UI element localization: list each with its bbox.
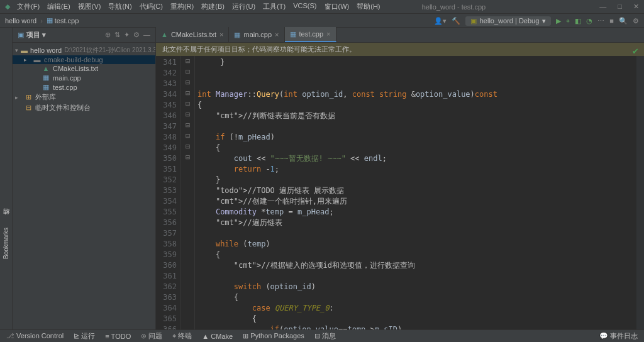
titlebar: ◆ 文件(F) 编辑(E) 视图(V) 导航(N) 代码(C) 重构(R) 构建…	[0, 0, 644, 14]
tab-todo[interactable]: ≡ TODO	[105, 333, 131, 340]
close-icon[interactable]: ×	[219, 31, 223, 38]
project-icon: ▣	[18, 31, 24, 39]
sidebar-title[interactable]: 项目 ▾	[26, 30, 105, 40]
window-title: hello_word - test.cpp	[384, 3, 600, 11]
fold-gutter[interactable]: ⊟⊟⊟⊟⊟⊟⊟⊟⊟⊟	[181, 56, 195, 329]
close-icon[interactable]: ✕	[633, 3, 639, 11]
editor: ▲ CMakeLists.txt × ▦ main.cpp × ▦ test.c…	[156, 28, 644, 329]
tab-main[interactable]: ▦ main.cpp ×	[229, 27, 284, 42]
menu-code[interactable]: 代码(C)	[136, 1, 166, 13]
debug-icon[interactable]: ⌖	[566, 17, 570, 25]
tab-version-control[interactable]: ⎇ Version Control	[6, 332, 64, 340]
breadcrumb-file[interactable]: test.cpp	[55, 17, 79, 25]
left-toolwindow-bar: 结构 Bookmarks	[0, 28, 13, 329]
run-icon[interactable]: ▶	[556, 17, 561, 25]
menu-help[interactable]: 帮助(H)	[353, 1, 383, 13]
close-icon[interactable]: ×	[326, 30, 330, 38]
run-config[interactable]: ▣hello_word | Debug▾	[465, 16, 552, 26]
tree-cmakelists[interactable]: ▲ CMakeLists.txt	[13, 64, 155, 73]
warning-bar[interactable]: 此文件不属于任何项目目标；代码洞察功能可能无法正常工作。	[156, 43, 644, 56]
collapse-icon[interactable]: ✦	[124, 31, 130, 39]
tree-scratch[interactable]: ⊟ 临时文件和控制台	[13, 102, 155, 113]
cpp-icon: ▦	[234, 31, 240, 39]
tree-main-cpp[interactable]: ▦ main.cpp	[13, 73, 155, 82]
tree-root[interactable]: ▾▬ hello word D:\2021软件21-孙\Clion 2021.3…	[13, 45, 155, 55]
menu-window[interactable]: 窗口(W)	[321, 1, 353, 13]
gear-icon[interactable]: ⚙	[133, 31, 140, 39]
settings-icon[interactable]: ⚙	[633, 17, 639, 25]
stop-icon[interactable]: ■	[609, 17, 614, 25]
code-editor[interactable]: } int Manager::Query(int option_id, cons…	[195, 56, 636, 329]
coverage-icon[interactable]: ◧	[575, 17, 581, 25]
tab-messages[interactable]: ⊟ 消息	[314, 331, 336, 341]
user-icon[interactable]: 👤▾	[434, 17, 447, 25]
minimize-icon[interactable]: —	[599, 3, 606, 11]
hide-icon[interactable]: —	[143, 31, 150, 39]
tab-test[interactable]: ▦ test.cpp ×	[285, 27, 336, 42]
cmake-icon: ▲	[161, 31, 168, 38]
tab-terminal[interactable]: ⌖ 终端	[172, 331, 192, 341]
tree-external[interactable]: ▸⊞ 外部库	[13, 92, 155, 102]
tab-problems[interactable]: ⊙ 问题	[141, 331, 162, 341]
menu-file[interactable]: 文件(F)	[14, 1, 43, 13]
line-numbers: 3413423433443453463473483493503513523533…	[156, 56, 181, 329]
tool-structure[interactable]: 结构	[1, 216, 12, 224]
toolbar: 👤▾ 🔨 ▣hello_word | Debug▾ ▶ ⌖ ◧ ◔ ⋯ ■ 🔍 …	[434, 14, 639, 28]
tab-cmakelists[interactable]: ▲ CMakeLists.txt ×	[156, 27, 229, 42]
menu-bar: 文件(F) 编辑(E) 视图(V) 导航(N) 代码(C) 重构(R) 构建(B…	[14, 1, 384, 13]
expand-icon[interactable]: ⇅	[114, 31, 120, 39]
close-icon[interactable]: ×	[275, 31, 279, 38]
menu-run[interactable]: 运行(U)	[229, 1, 258, 13]
breadcrumb-project[interactable]: hello word	[5, 17, 36, 25]
cpp-icon: ▦	[47, 16, 53, 25]
code-area: 3413423433443453463473483493503513523533…	[156, 56, 644, 329]
cpp-icon: ▦	[290, 30, 296, 38]
analysis-ok-icon[interactable]: ✔	[632, 47, 639, 56]
build-hammer-icon[interactable]: 🔨	[452, 17, 460, 25]
menu-view[interactable]: 视图(V)	[75, 1, 104, 13]
project-tree: ▾▬ hello word D:\2021软件21-孙\Clion 2021.3…	[13, 43, 155, 116]
menu-build[interactable]: 构建(B)	[198, 1, 228, 13]
maximize-icon[interactable]: □	[618, 3, 622, 11]
bottom-toolwindow-bar: ⎇ Version Control ⊵ 运行 ≡ TODO ⊙ 问题 ⌖ 终端 …	[0, 329, 644, 342]
tab-run[interactable]: ⊵ 运行	[74, 331, 95, 341]
main: 结构 Bookmarks ▣ 项目 ▾ ⊕ ⇅ ✦ ⚙ — ▾▬ hello w…	[0, 28, 644, 329]
menu-edit[interactable]: 编辑(E)	[44, 1, 74, 13]
breadcrumb-sep: ›	[40, 17, 43, 25]
select-opened-icon[interactable]: ⊕	[105, 31, 111, 39]
sidebar-header: ▣ 项目 ▾ ⊕ ⇅ ✦ ⚙ —	[13, 28, 155, 43]
menu-navigate[interactable]: 导航(N)	[105, 1, 135, 13]
window-controls: — □ ✕	[599, 3, 639, 11]
tree-cmake-debug[interactable]: ▸▬ cmake-build-debug	[13, 55, 155, 64]
event-log[interactable]: 💬 事件日志	[599, 331, 638, 341]
scrollbar-map[interactable]	[636, 56, 644, 329]
attach-icon[interactable]: ⋯	[597, 17, 604, 25]
tree-test-cpp[interactable]: ▦ test.cpp	[13, 82, 155, 92]
editor-tabs: ▲ CMakeLists.txt × ▦ main.cpp × ▦ test.c…	[156, 28, 644, 43]
tool-bookmarks[interactable]: Bookmarks	[1, 224, 11, 263]
menu-tools[interactable]: 工具(T)	[260, 1, 289, 13]
tab-python-packages[interactable]: ⊞ Python Packages	[243, 332, 304, 340]
menu-refactor[interactable]: 重构(R)	[167, 1, 197, 13]
tab-cmake[interactable]: ▲ CMake	[202, 333, 233, 340]
project-sidebar: ▣ 项目 ▾ ⊕ ⇅ ✦ ⚙ — ▾▬ hello word D:\2021软件…	[13, 28, 156, 329]
app-icon: ◆	[5, 3, 10, 11]
menu-vcs[interactable]: VCS(S)	[290, 1, 319, 13]
search-icon[interactable]: 🔍	[619, 17, 628, 25]
profile-icon[interactable]: ◔	[586, 17, 592, 25]
